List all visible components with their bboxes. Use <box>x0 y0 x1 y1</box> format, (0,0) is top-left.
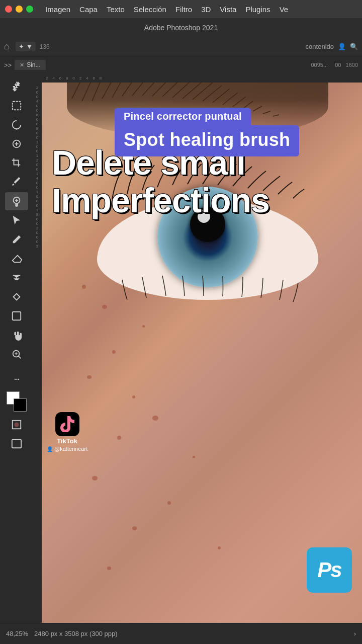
type-tool-button[interactable]: T <box>5 269 28 287</box>
menu-plugins[interactable]: Plugins <box>245 5 270 14</box>
screen-mode-button[interactable] <box>5 435 28 453</box>
image-dimensions: 2480 px x 3508 px (300 ppp) <box>34 630 118 637</box>
imperfection-9 <box>117 436 121 440</box>
tiktok-badge: TikTok 👤 @katterineart <box>47 412 87 452</box>
svg-line-19 <box>82 79 92 101</box>
color-swatch[interactable] <box>7 391 27 412</box>
tooltip-main-text: Spot healing brush <box>115 125 299 156</box>
menu-capa[interactable]: Capa <box>79 5 98 14</box>
ruler-mark-8: 8 <box>36 126 38 131</box>
close-button[interactable] <box>5 6 12 13</box>
dropdown-arrow-icon: ▼ <box>26 43 33 50</box>
options-right: contenido 👤 🔍 <box>306 43 358 50</box>
status-arrow-icon[interactable]: › <box>354 630 356 637</box>
imperfection-11 <box>92 476 98 480</box>
ruler-right-numbers: 00 1600 <box>335 62 358 68</box>
eraser-tool-button[interactable] <box>5 250 28 268</box>
ruler-mark-6: 6 <box>36 113 38 117</box>
tab-label: Sin... <box>27 61 40 68</box>
quick-mask-button[interactable] <box>5 416 28 434</box>
eyelashes-bottom-svg <box>92 275 323 315</box>
heal-brush-tool-button[interactable] <box>5 192 28 210</box>
svg-line-31 <box>203 86 222 101</box>
ruler-mark-0c: 0 <box>36 104 38 108</box>
hand-tool-button[interactable] <box>5 326 28 344</box>
ruler-mark-2c: 2 <box>36 226 38 230</box>
svg-line-29 <box>183 80 204 99</box>
zoom-tool-button[interactable] <box>5 345 28 363</box>
menu-ve[interactable]: Ve <box>280 5 289 14</box>
tooltip-title: Pincel corrector puntual <box>115 108 251 125</box>
brush-tool-button[interactable] <box>5 230 28 249</box>
eye-canvas-background: Delete small Imperfections Pincel correc… <box>42 73 362 623</box>
imperfection-4 <box>142 325 145 328</box>
maximize-button[interactable] <box>26 6 33 13</box>
tool-preset-selector[interactable]: ✦ ▼ <box>16 42 36 51</box>
person-icon: 👤 <box>47 446 53 452</box>
ruler-mark-0p: 0 <box>36 203 38 208</box>
imperfection-8 <box>152 416 158 421</box>
content-aware-label: contenido <box>306 43 334 50</box>
ps-text: Ps <box>317 558 341 582</box>
ruler-mark-0k: 0 <box>36 163 38 167</box>
ruler-mark-8b: 8 <box>36 212 38 217</box>
menu-seleccion[interactable]: Selección <box>134 5 166 14</box>
status-bar: 48,25% 2480 px x 3508 px (300 ppp) › <box>0 623 362 644</box>
imperfection-14 <box>218 546 221 549</box>
ruler-number-display: 0095... <box>311 62 328 68</box>
menu-3d[interactable]: 3D <box>201 5 211 14</box>
ruler-mark-0r: 0 <box>36 221 38 226</box>
brush-size-value: 136 <box>40 43 50 50</box>
ruler-mark-2: 2 <box>36 86 38 90</box>
crop-tool-button[interactable] <box>5 154 28 172</box>
path-select-tool-button[interactable] <box>5 288 28 306</box>
brush-icon: ✦ <box>19 43 24 50</box>
cursor-tool-button[interactable] <box>5 211 28 229</box>
ruler-mark-3: 3 <box>36 244 38 249</box>
marquee-tool-button[interactable] <box>5 97 28 115</box>
ruler-mark-0b: 0 <box>36 95 38 99</box>
tab-close-button[interactable]: ✕ <box>20 62 24 68</box>
ruler-mark-4b: 4 <box>36 176 38 181</box>
svg-rect-6 <box>15 204 18 207</box>
imperfections-text: Imperfections <box>52 182 352 219</box>
search-icon[interactable]: 🔍 <box>350 43 358 50</box>
menu-imagen[interactable]: Imagen <box>45 5 70 14</box>
ruler-mark-0i: 0 <box>36 144 38 149</box>
svg-rect-0 <box>12 102 21 110</box>
shape-tool-button[interactable] <box>5 307 28 325</box>
menu-vista[interactable]: Vista <box>220 5 236 14</box>
minimize-button[interactable] <box>16 6 23 13</box>
ruler-mark-0e: 0 <box>36 117 38 122</box>
menu-texto[interactable]: Texto <box>107 5 125 14</box>
ruler-mark-0s: 0 <box>36 230 38 235</box>
ruler-mark-0d: 0 <box>36 108 38 113</box>
document-tab[interactable]: ✕ Sin... <box>15 60 45 70</box>
svg-line-33 <box>223 93 238 105</box>
collapse-panel-button[interactable]: >> <box>4 61 12 69</box>
ruler-top: 2 4 6 8 0 2 4 6 8 <box>42 73 362 83</box>
workspace: T ··· <box>0 73 362 623</box>
menu-filtro[interactable]: Filtro <box>175 5 192 14</box>
move-tool-button[interactable] <box>5 77 28 96</box>
imperfection-10 <box>193 456 195 458</box>
ruler-mark-0u: 0 <box>36 239 38 244</box>
tiktok-username: 👤 @katterineart <box>47 446 87 452</box>
ruler-mark-0o: 0 <box>36 199 38 203</box>
svg-text:T: T <box>15 275 18 281</box>
svg-point-1 <box>16 128 17 130</box>
spot-heal-button[interactable] <box>5 135 28 153</box>
tiktok-icon <box>55 412 79 436</box>
ruler-mark-0f: 0 <box>36 122 38 126</box>
extra-tools-button[interactable]: ··· <box>5 369 28 387</box>
svg-rect-17 <box>12 440 21 448</box>
ruler-mark-0g: 0 <box>36 131 38 135</box>
lasso-tool-button[interactable] <box>5 116 28 134</box>
ruler-mark-0q: 0 <box>36 217 38 221</box>
ruler-mark-0: 0 <box>36 90 38 95</box>
left-toolbar: T ··· <box>0 73 33 623</box>
ruler-top-numbers: 2 4 6 8 0 2 4 6 8 <box>44 76 102 80</box>
eyedropper-tool-button[interactable] <box>5 173 28 191</box>
home-icon[interactable]: ⌂ <box>4 41 10 52</box>
ruler-mark-0j: 0 <box>36 149 38 153</box>
